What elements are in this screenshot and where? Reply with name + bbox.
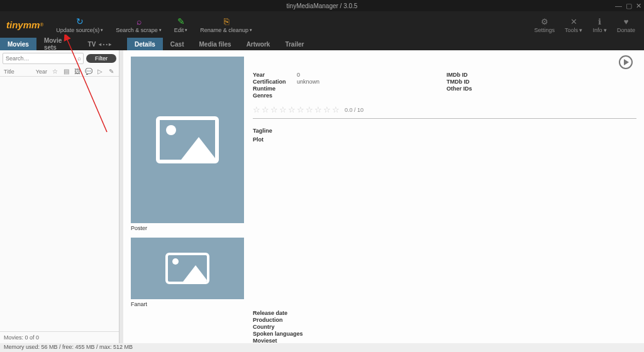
main-content: ⌕ Filter Title Year ☆ ▤ 🖼 💬 ▷ ✎ Movies: … [0,50,644,343]
production-key: Production [253,317,303,323]
cert-value: unknown [297,79,447,85]
rename-cleanup-button[interactable]: ⎘ Rename & cleanup ▾ [194,11,258,38]
gear-icon: ⚙ [541,16,548,27]
flag-icon[interactable]: ▷ [96,68,104,75]
window-title: tinyMediaManager / 3.0.5 [287,3,358,9]
image-icon [165,253,209,284]
meta-grid: Year 0 IMDb ID Certification unknown TMD… [253,72,636,99]
tmdb-key: TMDb ID [447,79,509,85]
cert-key: Certification [253,79,297,85]
rating-value: 0.0 / 10 [345,107,364,113]
imdb-key: IMDb ID [447,72,509,78]
tools-button[interactable]: ✕ Tools ▾ [560,11,588,38]
maximize-icon[interactable]: ▢ [626,2,632,10]
play-button[interactable] [619,55,633,69]
movieset-key: Movieset [253,338,303,343]
status-bar: Memory used: 56 MB / free: 455 MB / max:… [0,343,644,352]
star-icon: ☆ [323,105,331,114]
star-icon: ☆ [288,105,296,114]
tabs-row: Movies Movie sets TV ◂••▸ Details Cast M… [0,38,644,50]
star-icon: ☆ [297,105,304,114]
chat-icon[interactable]: 💬 [85,68,92,75]
tab-details[interactable]: Details [127,38,163,50]
chevron-down-icon: ▾ [604,27,607,33]
fanart-label: Fanart [131,301,636,307]
tab-artwork[interactable]: Artwork [239,38,278,50]
info-button[interactable]: ℹ Info ▾ [587,11,612,38]
movie-list[interactable] [0,77,119,331]
pencil-icon: ✎ [177,16,185,27]
tab-cast[interactable]: Cast [163,38,192,50]
star-icon: ☆ [279,105,287,114]
main-toolbar: tinymm® ↻ Update source(s) ▾ ⌕ Search & … [0,11,644,38]
col-year[interactable]: Year [36,69,47,75]
tab-movie-sets[interactable]: Movie sets [36,38,80,50]
search-box: ⌕ [3,53,84,64]
image-icon [156,116,219,163]
extra-meta: Release date Production Country Spoken l… [131,310,636,343]
tab-tv[interactable]: TV ◂••▸ [80,38,119,50]
fanart-placeholder[interactable] [131,238,244,299]
nfo-icon[interactable]: ▤ [62,68,70,75]
release-key: Release date [253,310,303,316]
spoken-key: Spoken languages [253,331,303,337]
chevron-down-icon: ▾ [101,28,103,33]
country-key: Country [253,324,303,330]
close-icon[interactable]: ✕ [636,2,641,10]
info-icon: ℹ [598,16,601,27]
star-icon: ☆ [253,105,260,114]
star-icon: ☆ [314,105,322,114]
col-title[interactable]: Title [4,69,32,75]
tab-movies[interactable]: Movies [0,38,36,50]
tagline-key: Tagline [253,128,272,134]
movie-count: Movies: 0 of 0 [0,331,119,343]
list-columns: Title Year ☆ ▤ 🖼 💬 ▷ ✎ [0,67,119,77]
genres-key: Genres [253,92,297,99]
donate-button[interactable]: ♥ Donate [612,11,640,38]
magnifier-icon: ⌕ [136,16,142,27]
star-icon: ☆ [262,105,269,114]
search-input[interactable] [3,53,84,64]
tab-media-files[interactable]: Media files [191,38,238,50]
chevron-down-icon: ▾ [159,28,162,33]
check-icon[interactable]: ✎ [108,68,115,75]
edit-button[interactable]: ✎ Edit ▾ [168,11,194,38]
details-panel: Poster Year 0 IMDb ID Certification unkn… [123,50,644,343]
rating-row: ☆ ☆ ☆ ☆ ☆ ☆ ☆ ☆ ☆ ☆ 0.0 / 10 [253,105,636,119]
window-titlebar: tinyMediaManager / 3.0.5 — ▢ ✕ [0,0,644,11]
poster-label: Poster [131,225,244,231]
chevron-down-icon: ▾ [185,28,187,33]
poster-placeholder[interactable] [131,57,244,223]
heart-icon: ♥ [624,16,629,27]
runtime-key: Runtime [253,85,297,92]
settings-button[interactable]: ⚙ Settings [529,11,560,38]
filter-button[interactable]: Filter [86,54,116,63]
broom-icon: ⎘ [224,16,229,27]
tab-trailer[interactable]: Trailer [277,38,311,50]
other-ids-key: Other IDs [447,85,509,92]
star-icon: ☆ [306,105,313,114]
app-logo: tinymm® [4,11,50,38]
plot-key: Plot [253,136,264,143]
image-icon[interactable]: 🖼 [74,68,81,75]
star-icon: ☆ [332,105,340,114]
search-scrape-button[interactable]: ⌕ Search & scrape ▾ [109,11,168,38]
update-sources-button[interactable]: ↻ Update source(s) ▾ [50,11,109,38]
tv-pager: ◂••▸ [98,41,112,47]
minimize-icon[interactable]: — [615,2,622,10]
star-icon[interactable]: ☆ [51,68,58,75]
chevron-down-icon: ▾ [579,27,582,33]
left-panel: ⌕ Filter Title Year ☆ ▤ 🖼 💬 ▷ ✎ Movies: … [0,50,119,343]
search-icon[interactable]: ⌕ [77,55,81,62]
year-value: 0 [297,72,447,78]
star-icon: ☆ [270,105,278,114]
year-key: Year [253,72,297,78]
refresh-icon: ↻ [76,16,84,27]
chevron-down-icon: ▾ [250,28,252,33]
wrench-icon: ✕ [570,16,577,27]
